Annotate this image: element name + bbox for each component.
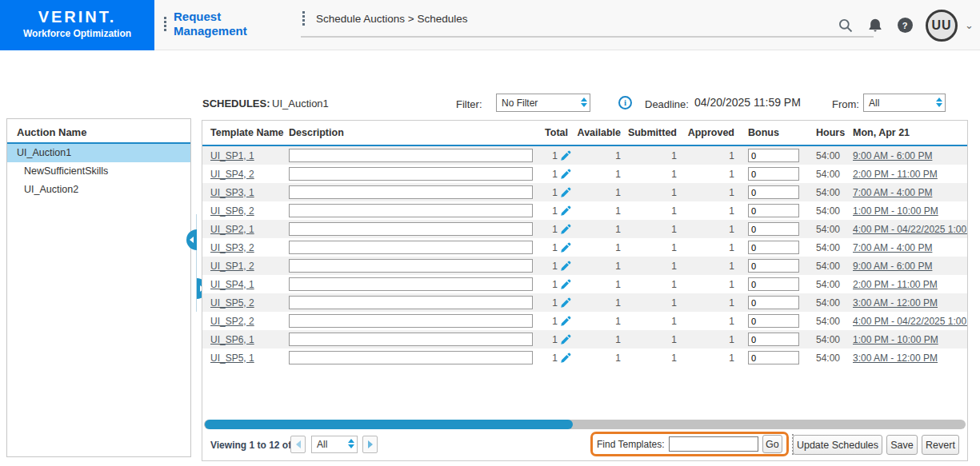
- shift-time-link[interactable]: 2:00 PM - 11:00 PM: [853, 169, 938, 180]
- bonus-input[interactable]: [748, 351, 799, 364]
- bonus-input[interactable]: [748, 314, 799, 328]
- shift-time-link[interactable]: 9:00 AM - 6:00 PM: [853, 261, 932, 272]
- description-input[interactable]: [289, 222, 533, 236]
- description-input[interactable]: [289, 149, 533, 162]
- description-input[interactable]: [289, 167, 533, 181]
- description-input[interactable]: [289, 351, 533, 364]
- next-page-button[interactable]: [362, 436, 378, 453]
- page-size-select[interactable]: All: [311, 436, 358, 453]
- bonus-cell: [739, 259, 816, 273]
- shift-time-link[interactable]: 7:00 AM - 4:00 PM: [853, 242, 932, 253]
- bonus-input[interactable]: [748, 185, 799, 199]
- bonus-input[interactable]: [748, 204, 799, 217]
- save-button[interactable]: Save: [886, 435, 918, 455]
- description-input[interactable]: [289, 259, 533, 273]
- template-name-link[interactable]: UI_SP6, 1: [210, 334, 254, 345]
- edit-pencil-icon[interactable]: [560, 169, 571, 180]
- template-name-link[interactable]: UI_SP5, 1: [210, 352, 254, 364]
- edit-pencil-icon[interactable]: [560, 224, 571, 235]
- template-name-link[interactable]: UI_SP5, 2: [210, 297, 254, 309]
- module-switcher[interactable]: RequestManagement: [164, 10, 247, 38]
- edit-pencil-icon[interactable]: [560, 261, 571, 272]
- bonus-input[interactable]: [748, 333, 799, 346]
- shift-cell: 2:00 PM - 11:00 PM: [851, 169, 967, 180]
- search-icon[interactable]: [837, 17, 854, 34]
- col-description: Description: [289, 127, 536, 138]
- template-name-link[interactable]: UI_SP2, 2: [210, 316, 254, 327]
- sidebar-item-auction[interactable]: UI_Auction1: [7, 144, 190, 162]
- hours-cell: 54:00: [816, 352, 851, 364]
- notifications-bell-icon[interactable]: [866, 17, 884, 34]
- edit-pencil-icon[interactable]: [560, 297, 571, 309]
- info-icon[interactable]: i: [618, 96, 632, 110]
- template-name-link[interactable]: UI_SP3, 2: [210, 242, 254, 253]
- bonus-input[interactable]: [748, 222, 799, 236]
- from-stepper-icon[interactable]: [936, 98, 942, 107]
- help-icon[interactable]: ?: [896, 17, 914, 34]
- avatar-chevron-down-icon[interactable]: ⌄: [965, 19, 974, 31]
- description-input[interactable]: [289, 333, 533, 346]
- total-value: 1: [552, 352, 558, 364]
- edit-pencil-icon[interactable]: [560, 150, 571, 161]
- filter-stepper-icon[interactable]: [581, 98, 587, 107]
- template-name-link[interactable]: UI_SP2, 1: [210, 224, 254, 235]
- description-input[interactable]: [289, 314, 533, 328]
- sidebar-item-auction[interactable]: NewSufficientSkills: [7, 162, 190, 181]
- template-name-link[interactable]: UI_SP1, 2: [210, 261, 254, 272]
- bonus-input[interactable]: [748, 241, 799, 254]
- user-avatar[interactable]: UU: [926, 10, 958, 42]
- edit-pencil-icon[interactable]: [560, 316, 571, 327]
- shift-time-link[interactable]: 7:00 AM - 4:00 PM: [853, 187, 932, 198]
- shift-time-link[interactable]: 4:00 PM - 04/22/2025 1:00 AM: [853, 224, 967, 235]
- shift-time-link[interactable]: 1:00 PM - 10:00 PM: [853, 334, 938, 345]
- shift-cell: 7:00 AM - 4:00 PM: [851, 187, 967, 198]
- revert-button[interactable]: Revert: [922, 435, 959, 455]
- bonus-input[interactable]: [748, 167, 799, 181]
- template-name-cell: UI_SP6, 2: [202, 205, 289, 217]
- shift-time-link[interactable]: 2:00 PM - 11:00 PM: [853, 279, 938, 290]
- description-input[interactable]: [289, 185, 533, 199]
- template-name-link[interactable]: UI_SP4, 1: [210, 279, 254, 290]
- update-schedules-button[interactable]: Update Schedules: [793, 435, 882, 455]
- description-input[interactable]: [289, 241, 533, 254]
- page-size-stepper-icon[interactable]: [348, 439, 354, 448]
- edit-pencil-icon[interactable]: [560, 242, 571, 253]
- edit-pencil-icon[interactable]: [560, 187, 571, 198]
- shift-time-link[interactable]: 3:00 AM - 12:00 PM: [853, 352, 938, 364]
- shift-time-link[interactable]: 4:00 PM - 04/22/2025 1:00 AM: [853, 316, 967, 327]
- bonus-input[interactable]: [748, 277, 799, 291]
- find-templates-input[interactable]: [669, 436, 758, 452]
- edit-pencil-icon[interactable]: [560, 279, 571, 290]
- shift-cell: 1:00 PM - 10:00 PM: [851, 334, 967, 345]
- template-name-link[interactable]: UI_SP1, 1: [210, 150, 254, 161]
- shift-time-link[interactable]: 3:00 AM - 12:00 PM: [853, 297, 938, 309]
- bonus-input[interactable]: [748, 259, 799, 273]
- description-input[interactable]: [289, 296, 533, 309]
- template-name-link[interactable]: UI_SP3, 1: [210, 187, 254, 198]
- breadcrumb[interactable]: Schedule Auctions > Schedules: [302, 11, 468, 26]
- description-input[interactable]: [289, 204, 533, 217]
- hours-cell: 54:00: [816, 187, 851, 198]
- table-row: UI_SP6, 1 1 1 1 1 54:00 1:00 PM - 10:00 …: [202, 330, 967, 349]
- edit-pencil-icon[interactable]: [560, 205, 571, 217]
- edit-pencil-icon[interactable]: [560, 352, 571, 364]
- edit-pencil-icon[interactable]: [560, 334, 571, 345]
- go-button[interactable]: Go: [762, 435, 783, 453]
- hours-cell: 54:00: [816, 297, 851, 309]
- sidebar-item-auction[interactable]: UI_Auction2: [7, 181, 190, 199]
- description-input[interactable]: [289, 277, 533, 291]
- horizontal-scrollbar-thumb[interactable]: [205, 420, 573, 429]
- bonus-input[interactable]: [748, 296, 799, 309]
- filter-select[interactable]: No Filter: [496, 94, 590, 112]
- prev-page-button[interactable]: [290, 436, 306, 453]
- bonus-input[interactable]: [748, 149, 799, 162]
- shift-time-link[interactable]: 1:00 PM - 10:00 PM: [853, 205, 938, 217]
- template-name-link[interactable]: UI_SP6, 2: [210, 205, 254, 217]
- shift-time-link[interactable]: 9:00 AM - 6:00 PM: [853, 150, 932, 161]
- template-name-link[interactable]: UI_SP4, 2: [210, 169, 254, 180]
- from-select[interactable]: All: [863, 94, 946, 112]
- available-cell: 1: [573, 150, 626, 161]
- col-submitted: Submitted: [626, 127, 682, 138]
- deadline-value: 04/20/2025 11:59 PM: [694, 96, 801, 109]
- horizontal-scrollbar-track[interactable]: [204, 420, 966, 429]
